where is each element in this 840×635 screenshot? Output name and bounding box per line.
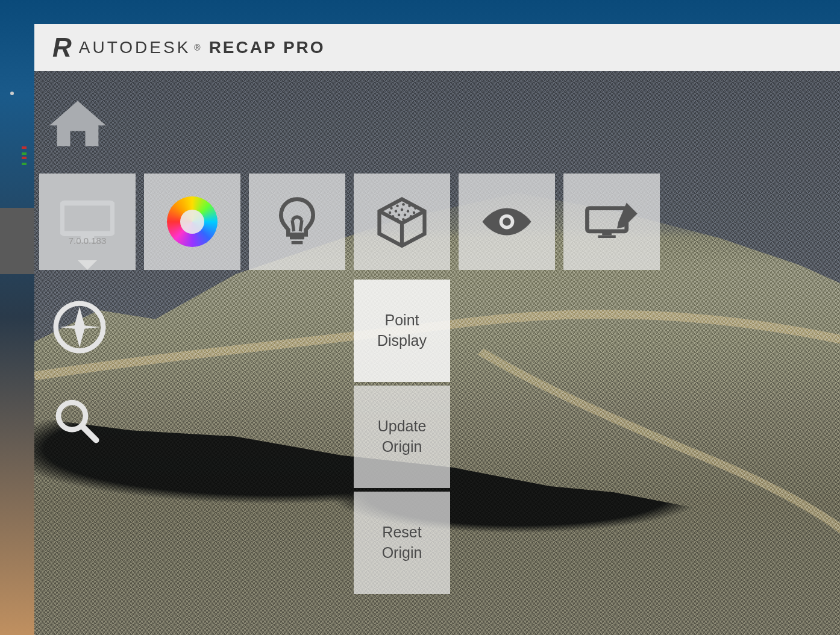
tool-ui-theme[interactable] <box>563 174 660 270</box>
points-dropdown: Point Display Update Origin Reset Origin <box>354 280 450 598</box>
svg-point-22 <box>503 217 511 226</box>
svg-point-6 <box>396 205 399 208</box>
compass-button[interactable] <box>52 300 107 354</box>
menu-label: Display <box>377 331 427 351</box>
menu-update-origin[interactable]: Update Origin <box>354 386 450 488</box>
svg-rect-0 <box>62 203 113 234</box>
color-wheel-icon <box>165 195 219 249</box>
brand-product: RECAP PRO <box>209 38 325 57</box>
tool-lighting[interactable] <box>249 174 345 270</box>
svg-point-12 <box>401 208 404 211</box>
svg-point-17 <box>404 214 407 217</box>
svg-point-11 <box>395 210 398 213</box>
tool-color-mode[interactable] <box>144 174 240 270</box>
svg-point-8 <box>408 205 411 208</box>
edge-dot <box>10 92 14 95</box>
edge-mark <box>22 146 27 149</box>
svg-point-16 <box>398 214 401 217</box>
search-icon <box>52 396 101 445</box>
svg-rect-24 <box>602 233 612 236</box>
menu-point-display[interactable]: Point Display <box>354 280 450 382</box>
menu-label: Point <box>377 310 427 331</box>
svg-line-28 <box>83 427 96 440</box>
menu-label: Update <box>378 416 427 437</box>
tool-visibility[interactable] <box>459 174 555 270</box>
search-button[interactable] <box>52 396 101 445</box>
registered-mark: ® <box>194 43 200 52</box>
svg-point-10 <box>389 211 392 214</box>
svg-point-19 <box>396 218 399 221</box>
edge-mark <box>22 157 27 159</box>
app-window: R AUTODESK ® RECAP PRO <box>34 24 840 635</box>
svg-point-5 <box>390 207 393 210</box>
app-header: R AUTODESK ® RECAP PRO <box>34 24 840 71</box>
menu-reset-origin[interactable]: Reset Origin <box>354 492 450 594</box>
eye-icon <box>480 195 534 249</box>
point-cube-icon <box>375 195 429 249</box>
tool-display-settings[interactable]: 7.0.0.183 <box>39 174 136 270</box>
lightbulb-icon <box>270 195 324 249</box>
display-toolbar: 7.0.0.183 <box>39 174 660 270</box>
svg-rect-4 <box>292 241 303 244</box>
svg-rect-25 <box>598 236 616 239</box>
tool-points[interactable] <box>354 174 450 270</box>
svg-point-15 <box>392 215 395 218</box>
svg-point-7 <box>402 203 405 206</box>
edge-mark <box>22 163 27 165</box>
screen-pen-icon <box>585 195 639 249</box>
svg-point-9 <box>414 207 417 210</box>
svg-point-18 <box>410 215 413 218</box>
menu-label: Origin <box>382 543 422 563</box>
version-label: 7.0.0.183 <box>39 236 136 246</box>
viewport-3d[interactable]: 7.0.0.183 <box>34 71 840 635</box>
home-button[interactable] <box>48 96 108 151</box>
menu-label: Reset <box>382 522 422 543</box>
svg-point-14 <box>413 211 416 214</box>
svg-rect-3 <box>290 236 304 239</box>
svg-point-13 <box>407 210 410 213</box>
compass-icon <box>52 300 107 354</box>
edge-mark <box>22 152 27 155</box>
parent-window-tab <box>0 208 34 274</box>
brand-autodesk: AUTODESK <box>79 38 191 57</box>
menu-label: Origin <box>378 437 427 457</box>
app-logo-icon: R <box>52 33 71 63</box>
svg-point-20 <box>402 218 405 221</box>
home-icon <box>48 96 108 151</box>
